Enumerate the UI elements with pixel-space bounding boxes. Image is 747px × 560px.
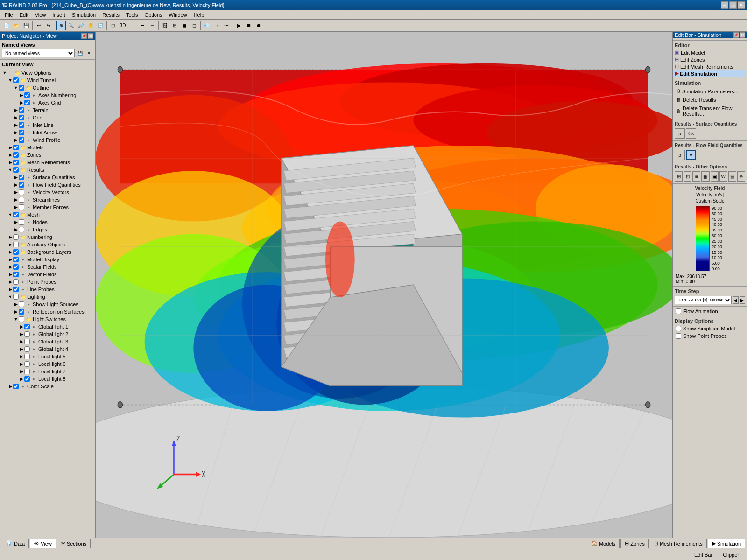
tb-record[interactable]: ⏺: [254, 21, 263, 30]
tree-cb-vector-fields[interactable]: [13, 272, 19, 277]
tree-cb-global-light-3[interactable]: [24, 339, 30, 344]
tree-cb-local-light-5[interactable]: [24, 354, 30, 359]
named-views-dropdown[interactable]: No named views: [2, 49, 75, 57]
delete-transient-btn[interactable]: 🗑 Delete Transient Flow Results...: [674, 104, 746, 118]
tb-wind[interactable]: 💨: [202, 21, 211, 30]
tree-item-axes-grid[interactable]: ▶▸Axes Grid: [1, 99, 94, 106]
other-btn-8[interactable]: ⊕: [737, 171, 745, 182]
tb-stream[interactable]: 〜: [222, 21, 231, 30]
tab-view[interactable]: 👁 View: [30, 539, 56, 548]
tree-cb-member-forces[interactable]: [19, 204, 24, 210]
tree-cb-point-probes[interactable]: [13, 279, 19, 285]
tree-cb-global-light-1[interactable]: [24, 324, 30, 329]
tree-item-axes-numbering[interactable]: ▶▸Axes Numbering: [1, 91, 94, 99]
tree-item-view-options[interactable]: ▼📁View Options: [1, 69, 94, 77]
tb-play[interactable]: ▶: [234, 21, 244, 30]
tree-item-member-forces[interactable]: ▶▸Member Forces: [1, 203, 94, 211]
tab-models[interactable]: 🏠 Models: [587, 539, 620, 548]
tab-simulation[interactable]: ▶ Simulation: [708, 539, 745, 548]
tree-item-inlet-arrow[interactable]: ▶▸Inlet Arrow: [1, 129, 94, 136]
flow-p-btn[interactable]: p: [675, 150, 685, 160]
tb-fit[interactable]: ⊡: [108, 21, 118, 30]
tab-data[interactable]: 📊 Data: [2, 539, 29, 548]
tree-cb-wind-tunnel[interactable]: [13, 77, 19, 83]
minimize-button[interactable]: ─: [721, 1, 728, 9]
tree-cb-flow-field-quantities[interactable]: [19, 182, 24, 188]
tree-item-mesh-refinements[interactable]: ▶📁Mesh Refinements: [1, 159, 94, 166]
tree-item-global-light-2[interactable]: ▶▸Global light 2: [1, 330, 94, 338]
menu-results[interactable]: Results: [99, 12, 122, 18]
tree-cb-local-light-6[interactable]: [24, 361, 30, 367]
delete-results-btn[interactable]: 🗑 Delete Results: [674, 96, 746, 104]
menu-help[interactable]: Help: [191, 12, 207, 18]
tb-render[interactable]: 🖼: [160, 21, 169, 30]
tb-zoom-in[interactable]: 🔍: [66, 21, 76, 30]
tree-cb-edges[interactable]: [19, 227, 24, 232]
edit-mesh-row[interactable]: ⊡ Edit Mesh Refinements: [674, 63, 746, 70]
menu-window[interactable]: Window: [166, 12, 190, 18]
tree-cb-local-light-8[interactable]: [24, 376, 30, 382]
tree-item-color-scale[interactable]: ▶▸Color Scale: [1, 383, 94, 390]
tree-cb-lighting[interactable]: [13, 294, 19, 300]
panel-close[interactable]: ✕: [88, 33, 93, 39]
tree-item-inlet-line[interactable]: ▶▸Inlet Line: [1, 121, 94, 129]
tree-cb-reflection-on-surfaces[interactable]: [19, 309, 24, 315]
tree-cb-inlet-arrow[interactable]: [19, 130, 24, 135]
tree-cb-inlet-line[interactable]: [19, 122, 24, 128]
tree-cb-axes-numbering[interactable]: [24, 92, 30, 98]
tree-item-models[interactable]: ▶📁Models: [1, 144, 94, 151]
tree-item-model-display[interactable]: ▶▸Model Display: [1, 256, 94, 263]
close-button[interactable]: ✕: [738, 1, 745, 9]
tree-item-grid[interactable]: ▶▸Grid: [1, 114, 94, 121]
named-view-save[interactable]: 💾: [76, 49, 84, 57]
time-step-prev[interactable]: ◀: [733, 296, 739, 304]
named-view-delete[interactable]: ✕: [85, 49, 93, 57]
tree-item-global-light-1[interactable]: ▶▸Global light 1: [1, 323, 94, 330]
tb-mesh[interactable]: ⊞: [170, 21, 179, 30]
tree-item-reflection-on-surfaces[interactable]: ▶▸Reflection on Surfaces: [1, 308, 94, 315]
tree-item-point-probes[interactable]: ▶▸Point Probes: [1, 278, 94, 286]
tb-save[interactable]: 💾: [21, 21, 31, 30]
panel-pin[interactable]: 📌: [81, 33, 87, 39]
other-btn-1[interactable]: ⊞: [675, 171, 683, 182]
tree-cb-global-light-4[interactable]: [24, 346, 30, 352]
edit-model-row[interactable]: ▣ Edit Model: [674, 49, 746, 56]
tb-undo[interactable]: ↩: [34, 21, 43, 30]
tb-view-side[interactable]: ⊣: [148, 21, 157, 30]
tree-cb-nodes[interactable]: [19, 219, 24, 225]
flow-v-btn[interactable]: v: [686, 150, 696, 160]
tree-cb-streamlines[interactable]: [19, 197, 24, 203]
tab-sections[interactable]: ✂ Sections: [57, 539, 91, 548]
menu-file[interactable]: File: [2, 12, 16, 18]
tree-cb-outline[interactable]: [19, 85, 24, 91]
menu-edit[interactable]: Edit: [17, 12, 31, 18]
tree-item-global-light-4[interactable]: ▶▸Global light 4: [1, 345, 94, 353]
right-panel-close[interactable]: ✕: [740, 32, 745, 38]
tree-item-flow-field-quantities[interactable]: ▶▸Flow Field Quantities: [1, 181, 94, 189]
tree-item-edges[interactable]: ▶▸Edges: [1, 226, 94, 233]
tree-cb-models[interactable]: [13, 145, 19, 150]
time-step-dropdown[interactable]: T078 - 43.51 [s], Master: [675, 296, 732, 304]
tb-view-3d[interactable]: 3D: [118, 21, 127, 30]
tree-cb-color-scale[interactable]: [13, 384, 19, 389]
other-btn-7[interactable]: ▤: [728, 171, 736, 182]
tree-cb-wind-profile[interactable]: [19, 137, 24, 143]
tb-redo[interactable]: ↪: [44, 21, 53, 30]
tree-item-streamlines[interactable]: ▶▸Streamlines: [1, 196, 94, 203]
menu-options[interactable]: Options: [142, 12, 165, 18]
tb-view-top[interactable]: ⊤: [128, 21, 137, 30]
tree-cb-grid[interactable]: [19, 115, 24, 120]
flow-animation-checkbox[interactable]: [676, 308, 681, 314]
other-btn-6[interactable]: W: [719, 171, 727, 182]
tree-item-local-light-6[interactable]: ▶▸Local light 6: [1, 360, 94, 368]
tree-item-zones[interactable]: ▶📁Zones: [1, 151, 94, 159]
tree-cb-model-display[interactable]: [13, 257, 19, 262]
tree-item-velocity-vectors[interactable]: ▶▸Velocity Vectors: [1, 189, 94, 196]
tree-item-show-light-sources[interactable]: ▶▸Show Light Sources: [1, 301, 94, 308]
tree-item-local-light-8[interactable]: ▶▸Local light 8: [1, 375, 94, 383]
menu-simulation[interactable]: Simulation: [69, 12, 99, 18]
tree-item-surface-quantities[interactable]: ▶▸Surface Quantities: [1, 174, 94, 181]
tree-item-terrain[interactable]: ▶▸Terrain: [1, 106, 94, 114]
tree-cb-surface-quantities[interactable]: [19, 175, 24, 180]
status-edit-bar[interactable]: Edit Bar: [690, 551, 717, 559]
